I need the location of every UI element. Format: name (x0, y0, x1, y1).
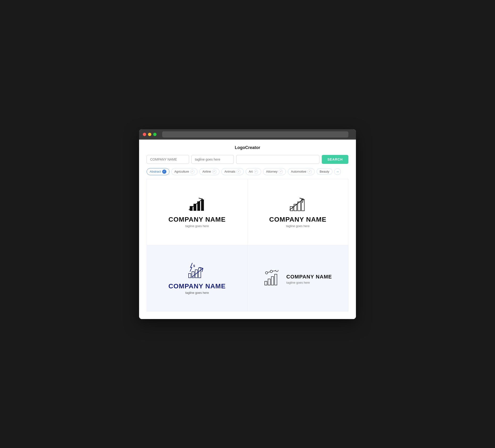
category-art[interactable]: Art ✓ (246, 168, 261, 175)
category-animals[interactable]: Animals ✓ (221, 168, 244, 175)
svg-point-20 (265, 272, 268, 274)
svg-line-24 (273, 271, 276, 271)
maximize-button[interactable] (153, 133, 156, 136)
category-automotive[interactable]: Automotive ✓ (288, 168, 315, 175)
app-content: LogoCreator SEARCH Abstract ✓ Agricultur… (139, 140, 356, 319)
category-beauty-label: Beauty (320, 170, 329, 173)
logo-icon-2 (287, 196, 309, 214)
logo-icon-1 (186, 196, 208, 214)
categories-next-arrow[interactable]: → (334, 168, 341, 175)
category-airline-check: ✓ (212, 169, 216, 174)
category-airline-label: Airline (203, 170, 211, 173)
category-agriculture-check: ✓ (190, 169, 194, 174)
logo-icon-4 (264, 270, 283, 286)
extra-input[interactable] (236, 155, 319, 164)
app-title: LogoCreator (147, 145, 348, 150)
company-name-input[interactable] (147, 155, 189, 164)
category-attorney[interactable]: Attorney ✓ (263, 168, 286, 175)
svg-rect-12 (189, 274, 191, 278)
svg-rect-4 (201, 199, 204, 211)
svg-text:$: $ (193, 264, 195, 268)
logo-icon-3: $ (185, 262, 209, 280)
logo-card-3[interactable]: $ COMPANY NAME tagline goes here (147, 245, 248, 311)
category-art-check: ✓ (254, 169, 258, 174)
svg-point-22 (276, 270, 278, 272)
category-abstract-label: Abstract (150, 170, 161, 173)
logo-4-company: COMPANY NAME (286, 274, 332, 280)
category-abstract-check: ✓ (162, 169, 166, 174)
address-bar[interactable] (162, 131, 348, 138)
logo-4-tagline: tagline goes here (286, 281, 332, 284)
category-attorney-label: Attorney (266, 170, 277, 173)
logo-3-company: COMPANY NAME (168, 282, 226, 290)
logo-2-company: COMPANY NAME (269, 216, 327, 223)
browser-window: LogoCreator SEARCH Abstract ✓ Agricultur… (139, 129, 356, 319)
svg-rect-15 (198, 268, 201, 278)
search-button[interactable]: SEARCH (322, 155, 348, 164)
logo-3-tagline: tagline goes here (185, 291, 209, 294)
logo-card-1[interactable]: COMPANY NAME tagline goes here (147, 179, 248, 245)
svg-rect-17 (268, 279, 270, 285)
logo-2-tagline: tagline goes here (286, 224, 310, 228)
category-automotive-label: Automotive (291, 170, 306, 173)
svg-rect-16 (265, 281, 267, 285)
logo-4-text-group: COMPANY NAME tagline goes here (286, 272, 332, 284)
svg-rect-18 (271, 277, 274, 285)
search-bar: SEARCH (147, 155, 348, 164)
category-abstract[interactable]: Abstract ✓ (147, 168, 169, 175)
categories-bar: Abstract ✓ Agriculture ✓ Airline ✓ Anima… (147, 168, 348, 175)
category-animals-check: ✓ (236, 169, 241, 174)
logo-card-2[interactable]: COMPANY NAME tagline goes here (248, 179, 348, 245)
category-agriculture-label: Agriculture (174, 170, 189, 173)
category-art-label: Art (249, 170, 253, 173)
category-automotive-check: ✓ (307, 169, 312, 174)
category-attorney-check: ✓ (279, 169, 283, 174)
close-button[interactable] (143, 133, 146, 136)
svg-point-21 (270, 270, 273, 273)
logo-1-tagline: tagline goes here (185, 224, 209, 228)
logo-grid: COMPANY NAME tagline goes here COMPANY N… (147, 179, 348, 311)
svg-rect-19 (275, 274, 277, 285)
svg-rect-2 (193, 204, 196, 211)
logo-1-company: COMPANY NAME (168, 216, 226, 223)
category-airline[interactable]: Airline ✓ (199, 168, 220, 175)
tagline-input[interactable] (192, 155, 234, 164)
category-animals-label: Animals (224, 170, 235, 173)
svg-line-23 (268, 272, 270, 272)
minimize-button[interactable] (148, 133, 151, 136)
logo-card-4[interactable]: COMPANY NAME tagline goes here (248, 245, 348, 311)
svg-rect-1 (190, 206, 192, 211)
browser-titlebar (139, 129, 356, 140)
category-beauty[interactable]: Beauty (316, 168, 332, 175)
svg-rect-3 (197, 201, 200, 211)
category-agriculture[interactable]: Agriculture ✓ (171, 168, 197, 175)
